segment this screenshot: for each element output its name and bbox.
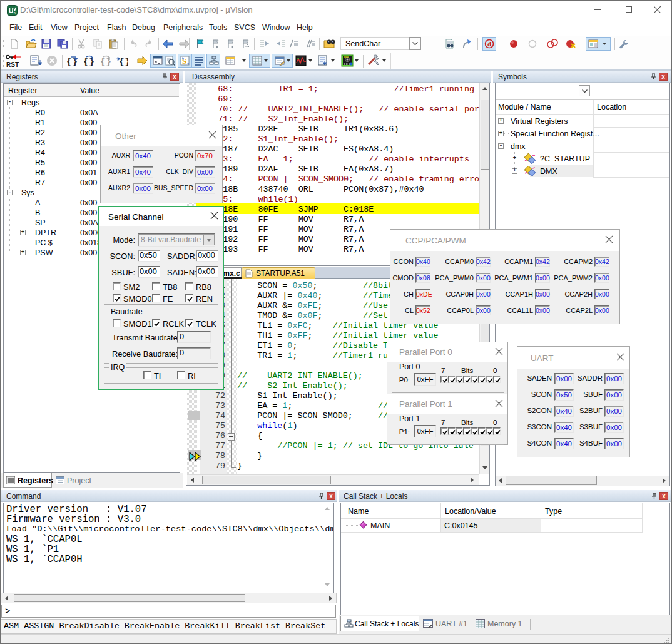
svg-text:RST: RST — [6, 61, 19, 68]
svg-text:d: d — [487, 40, 491, 48]
svg-text:{}: {} — [119, 57, 128, 66]
